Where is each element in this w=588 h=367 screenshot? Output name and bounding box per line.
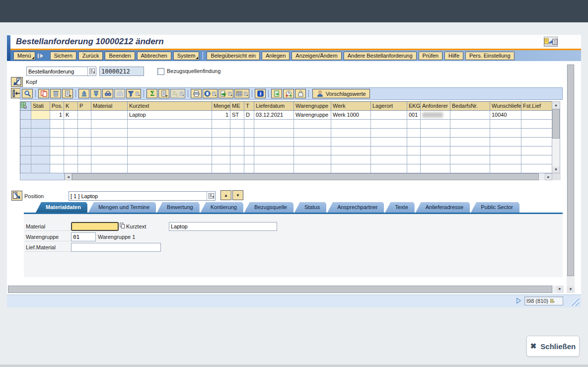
cell-sel[interactable] — [20, 138, 31, 147]
cell-kurztext[interactable] — [128, 164, 212, 173]
info-button[interactable]: i — [255, 89, 266, 98]
cell-pos[interactable] — [50, 164, 64, 173]
cell-bedarfsnr[interactable] — [450, 164, 490, 173]
column-header-pos[interactable]: Pos. — [50, 102, 64, 111]
scrollbar-thumb[interactable] — [72, 173, 539, 180]
cell-bedarfsnr[interactable] — [450, 147, 490, 155]
cell-t[interactable] — [244, 120, 254, 129]
cell-warengruppe[interactable]: Warengruppe — [294, 111, 331, 120]
document-number-field[interactable]: 10000212 — [99, 67, 144, 76]
cell-material[interactable] — [91, 147, 128, 155]
cell-p[interactable] — [78, 147, 91, 155]
column-header-lagerort[interactable]: Lagerort — [371, 102, 407, 111]
cancel-button[interactable]: Abbrechen — [137, 52, 171, 60]
cell-werk[interactable] — [331, 147, 371, 155]
cell-werk[interactable]: Werk 1000 — [331, 111, 371, 120]
display-change-button[interactable]: Anzeigen/Ändern — [292, 52, 341, 60]
cell-fstlief[interactable] — [521, 155, 552, 164]
kurztext-field[interactable]: Laptop — [169, 222, 277, 231]
table-vertical-scrollbar[interactable]: ▴ ▾ — [552, 101, 560, 173]
tab-status[interactable]: Status — [294, 202, 326, 213]
cell-me[interactable] — [230, 129, 244, 138]
cell-t[interactable] — [244, 129, 254, 138]
cell-wunschliefer[interactable] — [490, 120, 521, 129]
print-button[interactable] — [191, 89, 202, 98]
cell-material[interactable] — [91, 120, 128, 129]
help-button[interactable]: Hilfe — [444, 52, 463, 60]
cell-ekg[interactable] — [407, 147, 421, 155]
cell-lagerort[interactable] — [371, 138, 407, 147]
column-header-sel[interactable] — [20, 102, 31, 111]
doc-check-button[interactable] — [271, 89, 282, 98]
tab-kontierung[interactable]: Kontierung — [201, 202, 243, 213]
check-button[interactable]: Prüfen — [419, 52, 442, 60]
cell-anforderer[interactable] — [421, 129, 450, 138]
menu-button[interactable]: Menü — [13, 52, 35, 60]
cell-warengruppe[interactable] — [294, 164, 331, 173]
scroll-down-icon[interactable]: ▾ — [552, 166, 560, 173]
gui-services-icon[interactable] — [544, 37, 558, 47]
scrollbar-thumb[interactable] — [8, 286, 552, 293]
table-row-empty[interactable] — [20, 164, 552, 173]
cell-pos[interactable] — [50, 155, 64, 164]
resize-grip[interactable] — [570, 296, 579, 306]
cell-me[interactable] — [230, 147, 244, 155]
cell-bedarfsnr[interactable] — [450, 129, 490, 138]
cell-lieferdatum[interactable] — [254, 138, 294, 147]
status-play-icon[interactable] — [516, 297, 521, 304]
table-row-empty[interactable] — [20, 147, 552, 155]
sum-button[interactable]: Σ — [147, 89, 157, 98]
cell-material[interactable] — [91, 164, 128, 173]
cell-ekg[interactable] — [407, 129, 421, 138]
cell-p[interactable] — [78, 120, 91, 129]
personal-settings-button[interactable]: Pers. Einstellung — [465, 52, 514, 60]
cell-me[interactable] — [230, 138, 244, 147]
tab-bewertung[interactable]: Bewertung — [157, 202, 200, 213]
table-horizontal-scrollbar[interactable]: ◂ ▸ — [20, 173, 561, 180]
column-header-warengruppe[interactable]: Warengruppe — [294, 102, 331, 111]
system-info-box[interactable]: I98 (810) — [524, 296, 563, 305]
cell-me[interactable] — [230, 120, 244, 129]
previous-item-button[interactable]: ▲ — [220, 190, 231, 200]
cell-lagerort[interactable] — [371, 147, 407, 155]
cell-kurztext[interactable] — [128, 147, 212, 155]
cell-pos[interactable] — [50, 120, 64, 129]
cell-menge[interactable] — [212, 138, 230, 147]
cell-ekg[interactable] — [407, 155, 421, 164]
cell-werk[interactable] — [331, 120, 371, 129]
table-row-empty[interactable] — [20, 138, 552, 147]
scroll-left-icon[interactable]: ◂ — [65, 173, 72, 180]
cell-p[interactable] — [78, 129, 91, 138]
material-field[interactable] — [71, 222, 119, 231]
create-button[interactable]: Anlegen — [262, 52, 290, 60]
cell-k[interactable] — [64, 129, 78, 138]
cell-lagerort[interactable] — [371, 111, 407, 120]
cell-me[interactable]: ST — [230, 111, 244, 120]
content-horizontal-scrollbar[interactable]: ▸ — [8, 286, 564, 293]
scrollbar-thumb[interactable] — [552, 109, 560, 139]
cell-p[interactable] — [78, 164, 91, 173]
cell-k[interactable] — [64, 147, 78, 155]
cell-k[interactable]: K — [64, 111, 78, 120]
column-header-t[interactable]: T — [244, 102, 254, 111]
cell-t[interactable] — [244, 138, 254, 147]
column-header-material[interactable]: Material — [91, 102, 128, 111]
layout-button[interactable] — [234, 89, 249, 98]
cell-sel[interactable] — [20, 164, 31, 173]
cell-kurztext[interactable]: Laptop — [128, 111, 212, 120]
cell-anforderer[interactable] — [421, 164, 450, 173]
column-header-fstlief[interactable]: Fst.Lief — [521, 102, 552, 111]
cell-fstlief[interactable] — [521, 138, 552, 147]
filter-button[interactable] — [126, 89, 141, 98]
cell-lieferdatum[interactable] — [254, 120, 294, 129]
cell-fstlief[interactable] — [521, 164, 552, 173]
next-item-button[interactable]: ▼ — [232, 190, 243, 200]
cell-anforderer[interactable] — [421, 138, 450, 147]
table-row-empty[interactable] — [20, 155, 552, 164]
column-header-bedarfsnr[interactable]: BedarfsNr. — [450, 102, 490, 111]
tab-public-sector[interactable]: Public Sector — [471, 202, 519, 213]
cell-warengruppe[interactable] — [294, 120, 331, 129]
cell-kurztext[interactable] — [128, 129, 212, 138]
cell-stati[interactable] — [31, 120, 50, 129]
copy-value-icon[interactable] — [120, 222, 125, 229]
